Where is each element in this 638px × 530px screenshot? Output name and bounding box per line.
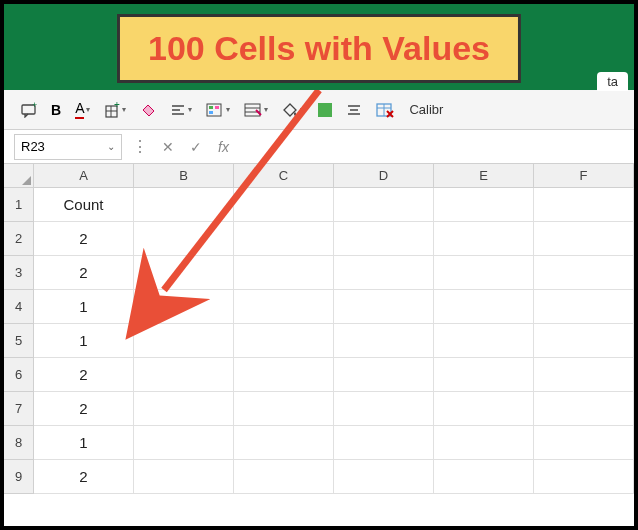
fill-color-button[interactable]: ▾	[277, 98, 309, 122]
cell[interactable]: Count	[34, 188, 134, 222]
cell[interactable]	[334, 256, 434, 290]
cell[interactable]	[534, 392, 634, 426]
cell[interactable]	[134, 392, 234, 426]
table-style-button[interactable]: ▾	[239, 98, 273, 122]
cell[interactable]: 2	[34, 460, 134, 494]
cell[interactable]	[334, 392, 434, 426]
row-header[interactable]: 4	[4, 290, 34, 324]
cell[interactable]: 2	[34, 392, 134, 426]
svg-rect-13	[209, 111, 213, 114]
clear-button[interactable]	[135, 98, 161, 122]
cell[interactable]: 2	[34, 358, 134, 392]
cell[interactable]	[534, 222, 634, 256]
cell[interactable]	[334, 426, 434, 460]
cell[interactable]	[534, 460, 634, 494]
svg-text:+: +	[114, 102, 120, 110]
table-row: 81	[4, 426, 634, 460]
cell[interactable]	[434, 426, 534, 460]
cell[interactable]	[134, 426, 234, 460]
table-row: 72	[4, 392, 634, 426]
cell[interactable]	[134, 358, 234, 392]
cell[interactable]	[534, 188, 634, 222]
row-header[interactable]: 5	[4, 324, 34, 358]
row-header[interactable]: 1	[4, 188, 34, 222]
bold-button[interactable]: B	[46, 98, 66, 122]
cell[interactable]	[434, 392, 534, 426]
cell[interactable]	[334, 290, 434, 324]
row-header[interactable]: 3	[4, 256, 34, 290]
cell[interactable]	[234, 358, 334, 392]
fx-icon[interactable]: fx	[214, 139, 233, 155]
cell[interactable]	[134, 222, 234, 256]
row-header[interactable]: 2	[4, 222, 34, 256]
svg-rect-11	[209, 106, 213, 109]
cell[interactable]	[134, 324, 234, 358]
table-row: 32	[4, 256, 634, 290]
cancel-icon[interactable]: ✕	[158, 139, 178, 155]
comment-icon[interactable]: +	[16, 98, 42, 122]
font-name-box[interactable]: Calibr	[409, 102, 443, 117]
cell[interactable]	[334, 358, 434, 392]
name-box[interactable]: R23 ⌄	[14, 134, 122, 160]
conditional-format-button[interactable]: ▾	[201, 98, 235, 122]
cell[interactable]	[134, 256, 234, 290]
fill-preview[interactable]	[313, 99, 337, 121]
cell[interactable]	[234, 426, 334, 460]
svg-rect-12	[215, 106, 219, 109]
cell[interactable]	[534, 426, 634, 460]
cell[interactable]	[234, 222, 334, 256]
row-header[interactable]: 9	[4, 460, 34, 494]
cell[interactable]	[234, 290, 334, 324]
cell[interactable]	[434, 290, 534, 324]
cell[interactable]	[234, 188, 334, 222]
cell[interactable]	[134, 188, 234, 222]
column-header[interactable]: C	[234, 164, 334, 187]
select-all-corner[interactable]	[4, 164, 34, 187]
delete-table-button[interactable]	[371, 98, 399, 122]
cell[interactable]	[534, 358, 634, 392]
center-align-button[interactable]	[341, 99, 367, 121]
confirm-icon[interactable]: ✓	[186, 139, 206, 155]
cell[interactable]	[434, 256, 534, 290]
cell[interactable]: 1	[34, 290, 134, 324]
row-header[interactable]: 6	[4, 358, 34, 392]
cell[interactable]: 1	[34, 426, 134, 460]
column-header[interactable]: B	[134, 164, 234, 187]
cell[interactable]	[334, 222, 434, 256]
align-button[interactable]: ▾	[165, 99, 197, 121]
table-row: 22	[4, 222, 634, 256]
cell[interactable]	[234, 460, 334, 494]
cell[interactable]: 2	[34, 256, 134, 290]
cell[interactable]	[134, 290, 234, 324]
cell[interactable]	[234, 256, 334, 290]
cell[interactable]	[534, 290, 634, 324]
cell[interactable]	[334, 324, 434, 358]
column-header[interactable]: D	[334, 164, 434, 187]
cell[interactable]	[434, 324, 534, 358]
cell[interactable]	[234, 392, 334, 426]
row-header[interactable]: 8	[4, 426, 34, 460]
font-color-button[interactable]: A▾	[70, 96, 95, 123]
cell[interactable]	[434, 188, 534, 222]
cell[interactable]: 2	[34, 222, 134, 256]
chevron-down-icon[interactable]: ⌄	[107, 141, 115, 152]
column-header[interactable]: A	[34, 164, 134, 187]
cell[interactable]	[434, 222, 534, 256]
toolbar: + B A▾ +▾ ▾ ▾ ▾ ▾ Calibr	[4, 90, 634, 130]
cell[interactable]	[134, 460, 234, 494]
cell[interactable]	[534, 324, 634, 358]
row-header[interactable]: 7	[4, 392, 34, 426]
cell[interactable]	[234, 324, 334, 358]
formula-input[interactable]	[241, 135, 541, 159]
column-header[interactable]: F	[534, 164, 634, 187]
cell[interactable]	[334, 188, 434, 222]
cell[interactable]	[434, 460, 534, 494]
cell[interactable]	[434, 358, 534, 392]
cell[interactable]: 1	[34, 324, 134, 358]
cell[interactable]	[334, 460, 434, 494]
callout-text: 100 Cells with Values	[148, 29, 490, 68]
cell[interactable]	[534, 256, 634, 290]
column-header[interactable]: E	[434, 164, 534, 187]
table-row: 51	[4, 324, 634, 358]
insert-cells-button[interactable]: +▾	[99, 98, 131, 122]
